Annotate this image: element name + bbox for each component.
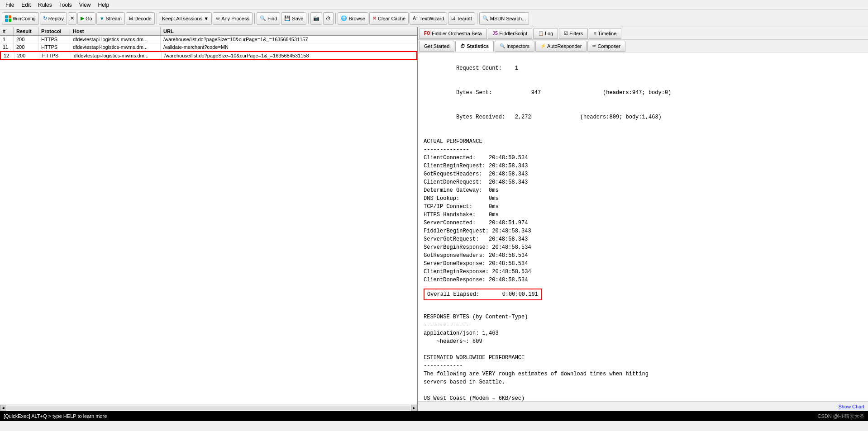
process-label: Any Process	[221, 16, 249, 21]
estimated-header: ESTIMATED WORLDWIDE PERFORMANCE	[424, 354, 863, 362]
textwizard-button[interactable]: A↑ TextWizard	[410, 12, 447, 25]
winconfig-button[interactable]: WinConfig	[2, 12, 39, 25]
process-button[interactable]: ⊕ Any Process	[213, 12, 253, 25]
statistics-icon: ⏱	[460, 43, 465, 49]
timer-button[interactable]: ⏱	[323, 12, 334, 25]
row-url: /warehouse/list.do?pageSize=10&curPage=1…	[161, 36, 417, 43]
tabs-row2: Get Started ⏱ Statistics 🔍 Inspectors ⚡ …	[418, 40, 868, 52]
timeline-icon: ≡	[594, 31, 596, 36]
timing-line-1: ClientBeginRequest: 20:48:58.343	[424, 162, 863, 170]
save-icon: 💾	[284, 15, 291, 21]
row-protocol: HTTPS	[38, 43, 70, 51]
scroll-right-button[interactable]: ►	[411, 405, 417, 411]
clearcache-button[interactable]: ✕ Clear Cache	[369, 12, 409, 25]
get-started-label: Get Started	[424, 43, 449, 49]
fiddler-orchestra-icon: FO	[424, 31, 430, 36]
menu-edit[interactable]: Edit	[18, 1, 34, 9]
tab-get-started[interactable]: Get Started	[419, 41, 454, 52]
timing-line-7: HTTPS Handshake: 0ms	[424, 211, 863, 219]
go-label: Go	[86, 16, 92, 21]
remove-button[interactable]: ✕	[68, 12, 76, 25]
clearcache-icon: ✕	[372, 15, 377, 21]
row-result: 200	[14, 43, 38, 51]
timing-line-0: ClientConnected: 20:48:50.534	[424, 154, 863, 162]
menu-file[interactable]: File	[2, 1, 18, 9]
log-icon: 📋	[538, 31, 544, 36]
browse-button[interactable]: 🌐 Browse	[338, 12, 368, 25]
tab-filters[interactable]: ☑ Filters	[559, 28, 588, 39]
menu-help[interactable]: Help	[95, 1, 113, 9]
tab-autoresponder[interactable]: ⚡ AutoResponder	[535, 41, 587, 52]
fiddlerscript-icon: JS	[493, 31, 498, 36]
keep-button[interactable]: Keep: All sessions ▼	[159, 12, 212, 25]
autoresponder-label: AutoResponder	[547, 43, 582, 49]
row-host: dfdevtestapi-logistics-mwms.dm...	[71, 52, 162, 59]
row-url: /warehouse/list.do?pageSize=10&curPage=1…	[162, 52, 416, 59]
separator-3	[308, 13, 309, 24]
find-button[interactable]: 🔍 Find	[257, 12, 280, 25]
timing-line-5: DNS Lookup: 0ms	[424, 194, 863, 203]
table-row[interactable]: 11 200 HTTPS dfdevtestapi-logistics-mwms…	[0, 43, 417, 51]
timing-line-12: GotResponseHeaders: 20:48:58.534	[424, 251, 863, 260]
horizontal-scrollbar[interactable]: ◄ ►	[0, 404, 417, 411]
msdnsearch-button[interactable]: 🔍 MSDN Search...	[479, 12, 529, 25]
tab-fiddler-script[interactable]: JS FiddlerScript	[488, 28, 532, 39]
save-button[interactable]: 💾 Save	[281, 12, 306, 25]
tab-inspectors[interactable]: 🔍 Inspectors	[495, 41, 534, 52]
timing-line-6: TCP/IP Connect: 0ms	[424, 203, 863, 211]
stats-request-count: Request Count: 1	[424, 56, 863, 81]
tearoff-label: Tearoff	[457, 16, 472, 21]
row-result: 200	[14, 36, 38, 43]
col-protocol: Protocol	[38, 27, 70, 35]
content-type-line: application/json: 1,463	[424, 329, 863, 337]
replay-label: Replay	[48, 16, 64, 21]
filters-icon: ☑	[564, 31, 568, 36]
overall-elapsed-container: Overall Elapsed: 0:00:00.191	[424, 287, 863, 302]
stats-bytes-sent: Bytes Sent: 947 (headers:947; body:0)	[424, 81, 863, 105]
left-pane: # Result Protocol Host URL 1 200 HTTPS d…	[0, 27, 418, 411]
tearoff-button[interactable]: ⊡ Tearoff	[448, 12, 475, 25]
decode-button[interactable]: ⊞ Decode	[126, 12, 155, 25]
tab-statistics[interactable]: ⏱ Statistics	[455, 41, 494, 52]
autoresponder-icon: ⚡	[540, 43, 546, 48]
estimated-desc2: servers based in Seattle.	[424, 378, 863, 386]
col-result: Result	[14, 27, 38, 35]
statistics-content: Request Count: 1 Bytes Sent: 947 (header…	[418, 52, 868, 401]
fiddlerscript-label: FiddlerScript	[499, 31, 527, 36]
row-host: dfdevtestapi-logistics-mwms.dm...	[70, 43, 161, 51]
save-label: Save	[292, 16, 303, 21]
replay-button[interactable]: ↻ Replay	[40, 12, 67, 25]
scroll-left-button[interactable]: ◄	[0, 405, 6, 411]
menu-rules[interactable]: Rules	[34, 1, 56, 9]
menu-tools[interactable]: Tools	[56, 1, 76, 9]
timer-icon: ⏱	[326, 16, 331, 21]
estimated-desc1: The following are VERY rough estimates o…	[424, 370, 863, 378]
us-west-header: US West Coast (Modem – 6KB/sec)	[424, 394, 863, 401]
row-id: 1	[0, 36, 14, 43]
tab-timeline[interactable]: ≡ Timeline	[589, 28, 621, 39]
scroll-track[interactable]	[7, 406, 410, 410]
row-url: /validate-merchant?code=MN	[161, 43, 417, 51]
msdnsearch-icon: 🔍	[482, 15, 489, 21]
table-row[interactable]: 1 200 HTTPS dfdevtestapi-logistics-mwms.…	[0, 36, 417, 43]
find-icon: 🔍	[260, 15, 266, 21]
stream-button[interactable]: ▼ Stream	[96, 12, 125, 25]
textwizard-label: TextWizard	[420, 16, 444, 21]
separator2: --------------	[424, 321, 863, 329]
tab-log[interactable]: 📋 Log	[533, 28, 558, 39]
go-button[interactable]: ▶ Go	[77, 12, 95, 25]
tab-composer[interactable]: ✏ Composer	[587, 41, 625, 52]
screenshot-button[interactable]: 📷	[310, 12, 322, 25]
msdnsearch-label: MSDN Search...	[490, 16, 526, 21]
browse-label: Browse	[348, 16, 365, 21]
session-table[interactable]: # Result Protocol Host URL 1 200 HTTPS d…	[0, 27, 417, 404]
show-chart-button[interactable]: Show Chart	[839, 404, 864, 409]
row-host: dfdevtestapi-logistics-mwms.dm...	[70, 36, 161, 43]
separator3: ------------	[424, 362, 863, 370]
keep-dropdown-icon: ▼	[204, 16, 209, 21]
stream-label: Stream	[106, 16, 122, 21]
tab-fiddler-orchestra[interactable]: FO Fiddler Orchestra Beta	[419, 28, 487, 39]
tabs-row1: FO Fiddler Orchestra Beta JS FiddlerScri…	[418, 27, 868, 40]
table-row-selected[interactable]: 12 200 HTTPS dfdevtestapi-logistics-mwms…	[0, 51, 417, 60]
menu-view[interactable]: View	[76, 1, 95, 9]
